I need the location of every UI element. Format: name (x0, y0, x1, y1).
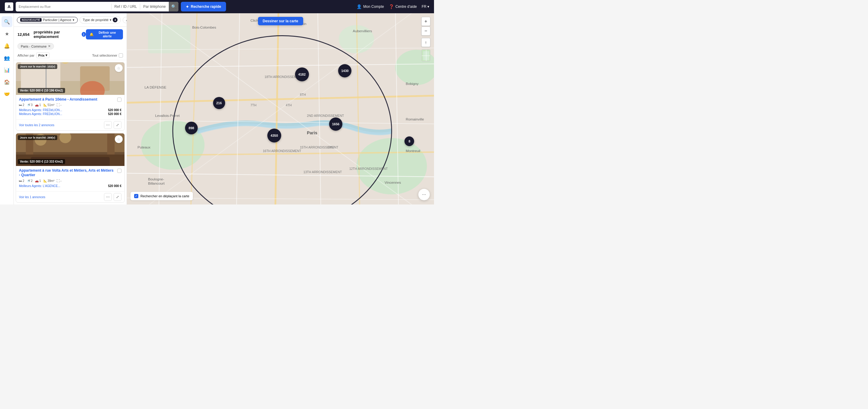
select-all[interactable]: Tout sélectionner (92, 53, 123, 58)
svg-text:Boulogne-: Boulogne- (148, 177, 164, 181)
zoom-out-button[interactable]: − (421, 27, 430, 36)
cluster-898[interactable]: 898 (185, 122, 198, 134)
top-navigation: A Ref / ID / URL Par téléphone 🔍 ✦ Reche… (0, 0, 434, 13)
map-controls: + − ↑ (421, 17, 430, 62)
agent-row: Meilleurs Agents: FREDéLION... 520 000 € (19, 108, 121, 112)
search-moving-checkbox[interactable]: ✓ Rechercher en déplaçant la carte (130, 192, 193, 200)
days-badge-2: Jours sur le marché: 269(v) (18, 135, 57, 140)
chat-button[interactable]: ··· (418, 189, 430, 200)
svg-point-38 (173, 36, 392, 205)
mon-compte-button[interactable]: 👤 Mon Compte (356, 4, 384, 9)
draw-on-map-button[interactable]: Dessiner sur la carte (258, 17, 303, 25)
cluster-216[interactable]: 216 (213, 97, 225, 109)
cluster-1430[interactable]: 1430 (338, 64, 351, 77)
filter-nouveaute[interactable]: NOUVEAUTÉ Particulier | Agence ▾ (17, 17, 78, 23)
cluster-1656[interactable]: 1656 (329, 117, 342, 131)
card-actions-2: ⋯ ⤢ (104, 193, 121, 201)
language-selector[interactable]: FR ▾ (422, 4, 429, 9)
svg-line-26 (356, 13, 360, 205)
ref-segment[interactable]: Ref / ID / URL (112, 2, 140, 11)
days-badge: Jours sur le marché: 102(v) (18, 64, 57, 69)
cluster-4350[interactable]: 4350 (267, 129, 281, 142)
compass-button[interactable]: ↑ (421, 38, 430, 47)
alerte-button[interactable]: 🔔 Définir une alerte (86, 29, 123, 39)
parking-spec: 🚗 1 (35, 103, 41, 107)
filter-a-vendre[interactable]: À vendre ▾ (123, 17, 127, 23)
sidebar-item-search[interactable]: 🔍 (1, 16, 12, 27)
select-all-checkbox[interactable] (119, 53, 123, 58)
card-actions: ⋯ ⤢ (104, 121, 121, 129)
sidebar-item-chart[interactable]: 📊 (1, 64, 12, 75)
price-overlay-2: Vente: 520 000 € (13 333 €/m2) (18, 159, 65, 164)
search-bar[interactable]: Ref / ID / URL Par téléphone 🔍 (16, 2, 179, 11)
centre-aide-button[interactable]: ❓ Centre d'aide (389, 4, 417, 9)
card-image-area-2: Jours sur le marché: 269(v) ☆ Vente: 520… (16, 133, 124, 166)
recherche-rapide-button[interactable]: ✦ Recherche rapide (181, 2, 226, 11)
cluster-8[interactable]: 8 (404, 136, 414, 146)
agent-price: 520 000 € (108, 108, 122, 112)
svg-line-32 (395, 13, 399, 205)
search-submit-button[interactable]: 🔍 (169, 2, 179, 11)
card-specs-2: 🛏 2 🚿 2 🚗 1 📐 39m² (19, 179, 121, 182)
map-area[interactable]: Bois-Colombes LA DÉFENSE Levallois-Perre… (127, 13, 434, 205)
location-input[interactable] (16, 2, 111, 11)
share-button[interactable]: ⤢ (114, 121, 121, 129)
cluster-4182[interactable]: 4182 (295, 67, 309, 81)
sidebar-item-handshake[interactable]: 🤝 (1, 89, 12, 99)
svg-text:2ND ARRONDISSEMENT: 2ND ARRONDISSEMENT (307, 114, 344, 117)
agent-row-2: Meilleurs Agents: FREDéLION... 520 000 € (19, 112, 121, 116)
phone-segment[interactable]: Par téléphone (140, 2, 169, 11)
svg-line-36 (127, 13, 434, 205)
svg-line-37 (127, 13, 434, 205)
baths-spec: 🚿 3 (27, 103, 33, 107)
card-body: Appartement à Paris 10ème - Arrondisseme… (16, 95, 124, 120)
tag-paris-commune[interactable]: Paris - Commune ✕ (18, 43, 54, 49)
agent-name-3[interactable]: Meilleurs Agents: L'AGENCE... (19, 184, 60, 188)
agent-name[interactable]: Meilleurs Agents: FREDéLION... (19, 108, 62, 112)
svg-line-28 (127, 173, 434, 177)
more-options-button-2[interactable]: ⋯ (104, 193, 112, 201)
svg-text:Bois-Colombes: Bois-Colombes (192, 25, 216, 29)
svg-text:Puteaux: Puteaux (137, 145, 150, 149)
search-moving-check-icon: ✓ (134, 194, 138, 198)
voir-annonces-link-2[interactable]: Voir les 1 annonces (19, 196, 45, 199)
zoom-in-button[interactable]: + (421, 17, 430, 26)
card-body-2: Appartement à rue Volta Arts et Métiers,… (16, 166, 124, 191)
filter-type-propriete[interactable]: Type de propriété ▾ 4 (80, 16, 121, 24)
svg-text:Bobigny: Bobigny (406, 81, 418, 86)
agent-name-2[interactable]: Meilleurs Agents: FREDéLION... (19, 112, 62, 116)
card-title[interactable]: Appartement à Paris 10ème - Arrondisseme… (19, 97, 97, 102)
svg-text:16TH ARRONDISSEMENT: 16TH ARRONDISSEMENT (263, 149, 301, 153)
card-image-area: Jours sur le marché: 102(v) ☆ Vente: 520… (16, 62, 124, 95)
share-button-2[interactable]: ⤢ (114, 193, 121, 201)
svg-line-24 (127, 152, 434, 156)
favorite-button[interactable]: ☆ (115, 64, 123, 72)
sidebar-item-people[interactable]: 👥 (1, 53, 12, 63)
svg-point-18 (356, 138, 427, 194)
more-options-button[interactable]: ⋯ (104, 121, 112, 129)
agent-row-3: Meilleurs Agents: L'AGENCE... 520 000 € (19, 184, 121, 188)
tag-close-icon[interactable]: ✕ (48, 44, 51, 48)
card-title-2[interactable]: Appartement à rue Volta Arts et Métiers,… (19, 168, 115, 178)
svg-line-27 (127, 64, 434, 67)
info-icon[interactable]: i (82, 32, 86, 37)
voir-annonces-link[interactable]: Voir toutes les 2 annonces (19, 124, 54, 127)
filter-bar: NOUVEAUTÉ Particulier | Agence ▾ Type de… (14, 13, 127, 27)
property-card-2: Jours sur le marché: 269(v) ☆ Vente: 520… (16, 133, 125, 203)
agent-price-2: 520 000 € (108, 112, 122, 116)
card-select-checkbox-2[interactable] (117, 169, 121, 173)
svg-text:Montreuil: Montreuil (406, 149, 420, 153)
sidebar-item-home[interactable]: 🏠 (1, 76, 12, 87)
sidebar-item-star[interactable]: ★ (1, 28, 12, 39)
svg-line-22 (127, 96, 434, 103)
content-panel: NOUVEAUTÉ Particulier | Agence ▾ Type de… (14, 13, 127, 205)
svg-line-33 (127, 121, 434, 124)
svg-line-30 (236, 13, 240, 205)
svg-line-23 (275, 13, 279, 205)
sidebar-item-bell[interactable]: 🔔 (1, 40, 12, 51)
card-select-checkbox[interactable] (117, 98, 121, 102)
baths-spec-2: 🚿 2 (27, 179, 33, 182)
expand-spec: ⛶ - (57, 103, 61, 107)
sort-dropdown[interactable]: Prix ▾ (36, 53, 50, 58)
svg-rect-21 (148, 25, 190, 53)
